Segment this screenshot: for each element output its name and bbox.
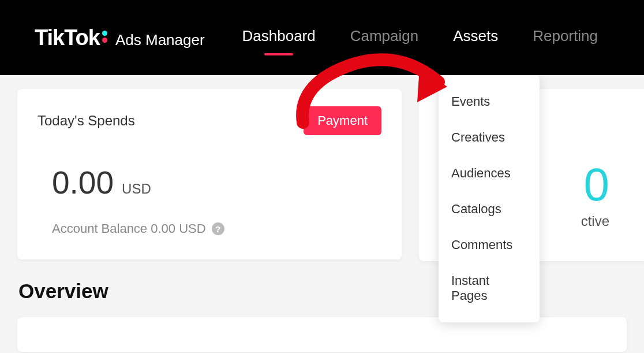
stat-number: 0 bbox=[584, 158, 610, 211]
spend-currency: USD bbox=[122, 181, 151, 197]
dropdown-item-creatives[interactable]: Creatives bbox=[439, 120, 540, 155]
spend-amount: 0.00 bbox=[52, 164, 114, 201]
nav-campaign[interactable]: Campaign bbox=[350, 27, 419, 49]
assets-dropdown: Events Creatives Audiences Catalogs Comm… bbox=[439, 75, 540, 322]
spends-title: Today's Spends bbox=[38, 113, 135, 129]
stat-label: ctive bbox=[581, 213, 609, 229]
balance-row: Account Balance 0.00 USD ? bbox=[52, 221, 381, 236]
dropdown-item-comments[interactable]: Comments bbox=[439, 227, 540, 263]
nav-dashboard[interactable]: Dashboard bbox=[242, 27, 316, 49]
dropdown-item-catalogs[interactable]: Catalogs bbox=[439, 191, 540, 227]
content-area: Today's Spends Payment 0.00 USD Account … bbox=[0, 75, 644, 353]
nav-reporting[interactable]: Reporting bbox=[533, 27, 598, 49]
todays-spends-card: Today's Spends Payment 0.00 USD Account … bbox=[17, 89, 402, 259]
help-icon[interactable]: ? bbox=[212, 222, 224, 235]
dropdown-item-audiences[interactable]: Audiences bbox=[439, 155, 540, 191]
nav: Dashboard Campaign Assets Reporting bbox=[242, 27, 598, 49]
spends-card-header: Today's Spends Payment bbox=[38, 106, 381, 135]
nav-assets[interactable]: Assets bbox=[453, 27, 498, 49]
overview-card bbox=[17, 317, 627, 352]
balance-text: Account Balance 0.00 USD bbox=[52, 221, 206, 236]
logo-section: TikTok Ads Manager bbox=[35, 25, 205, 50]
dropdown-item-events[interactable]: Events bbox=[439, 84, 540, 120]
logo-tiktok: TikTok bbox=[35, 25, 111, 50]
dropdown-item-instant-pages[interactable]: Instant Pages bbox=[439, 263, 540, 314]
logo-colon-icon bbox=[102, 31, 107, 43]
payment-button[interactable]: Payment bbox=[304, 106, 381, 135]
logo-text: TikTok bbox=[35, 25, 100, 50]
header: TikTok Ads Manager Dashboard Campaign As… bbox=[0, 0, 644, 75]
logo-subtitle: Ads Manager bbox=[115, 31, 205, 49]
spend-amount-row: 0.00 USD bbox=[52, 164, 381, 201]
